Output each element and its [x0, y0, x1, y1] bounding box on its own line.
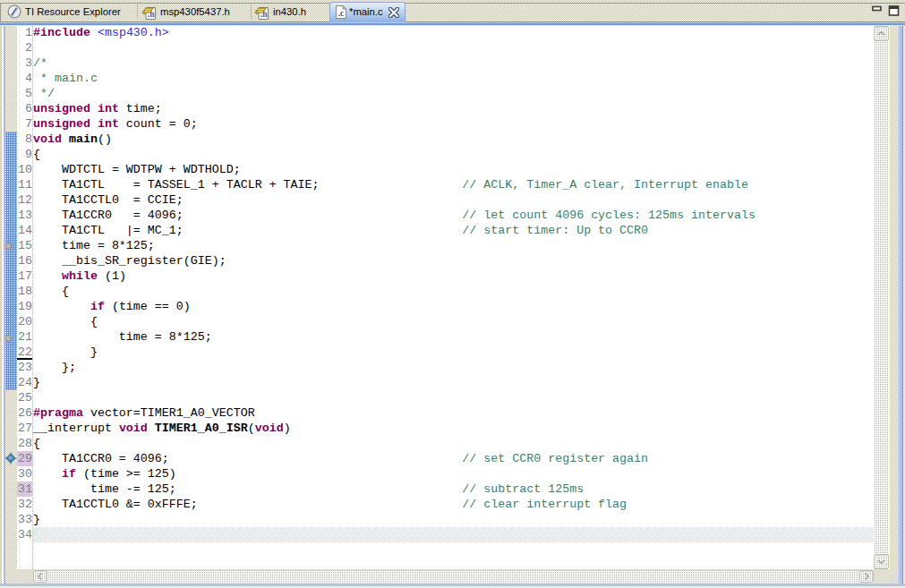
svg-text:.c: .c — [338, 9, 345, 18]
